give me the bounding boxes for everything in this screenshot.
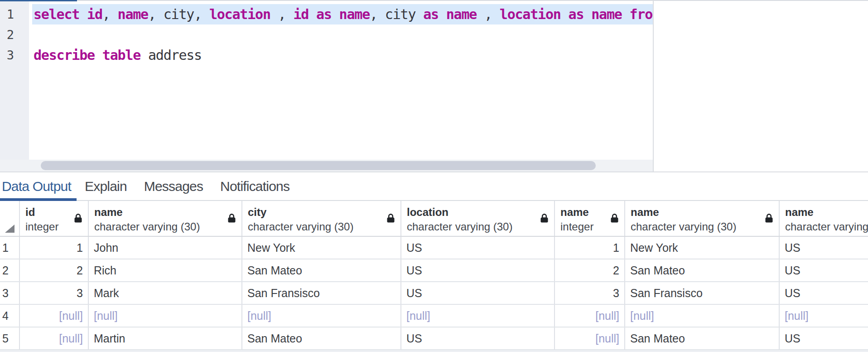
- data-cell[interactable]: [null]: [20, 305, 89, 327]
- column-type: character varying (30): [94, 220, 236, 234]
- column-header-name[interactable]: namecharacter varying (30): [89, 201, 242, 236]
- data-cell[interactable]: Martin: [89, 328, 242, 349]
- tab-notifications[interactable]: Notifications: [212, 172, 299, 200]
- pgadmin-query-tool: 123 select id, name, city, location , id…: [0, 0, 868, 352]
- data-cell[interactable]: San Mateo: [242, 328, 401, 349]
- data-cell[interactable]: [null]: [89, 305, 242, 327]
- data-cell[interactable]: [null]: [20, 328, 89, 349]
- column-type: character varying (30): [248, 220, 395, 234]
- data-cell[interactable]: [null]: [401, 305, 555, 327]
- lock-icon: [540, 214, 548, 223]
- column-name: name: [631, 205, 773, 220]
- data-cell[interactable]: US: [401, 237, 555, 259]
- null-value: [null]: [595, 332, 619, 345]
- grid-row-2: 22RichSan MateoUS2San MateoUS: [0, 259, 868, 282]
- data-cell[interactable]: John: [89, 237, 242, 259]
- data-cell[interactable]: San Fransisco: [242, 282, 401, 304]
- data-cell[interactable]: Mark: [89, 282, 242, 304]
- grid-row-3: 33MarkSan FransiscoUS3San FransiscoUS: [0, 282, 868, 305]
- lock-icon: [228, 214, 236, 223]
- null-value: [null]: [595, 309, 619, 322]
- data-cell[interactable]: US: [401, 282, 555, 304]
- row-number-cell[interactable]: 1: [0, 237, 20, 259]
- data-cell[interactable]: Rich: [89, 259, 242, 281]
- data-cell[interactable]: San Mateo: [625, 259, 780, 281]
- column-name: location: [407, 205, 549, 220]
- null-value: [null]: [785, 309, 809, 322]
- tab-data-output[interactable]: Data Output: [0, 172, 77, 200]
- lock-icon: [74, 214, 82, 223]
- line-number[interactable]: 1: [0, 4, 14, 24]
- column-name: name: [560, 205, 619, 220]
- code-line[interactable]: select id, name, city, location , id as …: [29, 4, 653, 24]
- data-cell[interactable]: 2: [20, 259, 89, 281]
- data-cell[interactable]: US: [780, 282, 868, 304]
- row-number-cell[interactable]: 3: [0, 282, 20, 304]
- null-value: [null]: [406, 309, 430, 322]
- data-cell[interactable]: 1: [555, 237, 625, 259]
- top-border: [0, 0, 868, 1]
- column-header-name[interactable]: nameinteger: [555, 201, 625, 236]
- data-cell[interactable]: 1: [20, 237, 89, 259]
- null-value: [null]: [630, 309, 654, 322]
- column-name: name: [785, 205, 868, 220]
- row-number-cell[interactable]: 5: [0, 328, 20, 349]
- data-cell[interactable]: 3: [20, 282, 89, 304]
- row-number-cell[interactable]: 2: [0, 259, 20, 281]
- code-line[interactable]: [29, 24, 653, 45]
- data-cell[interactable]: New York: [242, 237, 401, 259]
- column-header-city[interactable]: citycharacter varying (30): [242, 201, 401, 236]
- line-number[interactable]: 2: [0, 24, 14, 45]
- null-value: [null]: [94, 309, 118, 322]
- select-all-corner[interactable]: [0, 201, 20, 236]
- grid-row-1: 11JohnNew YorkUS1New YorkUS: [0, 237, 868, 259]
- column-name: city: [248, 205, 395, 220]
- data-cell[interactable]: San Fransisco: [625, 282, 780, 304]
- line-number[interactable]: 3: [0, 45, 14, 65]
- data-cell[interactable]: San Mateo: [242, 259, 401, 281]
- grid-row-5: 5[null]MartinSan MateoUS[null]San MateoU…: [0, 328, 868, 350]
- column-header-name[interactable]: namecharacter varying (30): [625, 201, 780, 236]
- select-all-triangle-icon: [5, 225, 14, 233]
- data-cell[interactable]: San Mateo: [625, 328, 780, 349]
- editor-right-border: [653, 0, 654, 171]
- data-cell[interactable]: 3: [555, 282, 625, 304]
- column-type: character varying (30): [785, 220, 868, 234]
- data-cell[interactable]: New York: [625, 237, 780, 259]
- data-cell[interactable]: US: [401, 259, 555, 281]
- results-tab-bar: Data OutputExplainMessagesNotifications: [0, 172, 868, 201]
- column-header-id[interactable]: idinteger: [20, 201, 89, 236]
- sql-editor-scroller: 123 select id, name, city, location , id…: [0, 0, 653, 160]
- data-cell[interactable]: [null]: [780, 305, 868, 327]
- data-cell[interactable]: US: [780, 328, 868, 349]
- data-cell[interactable]: [null]: [625, 305, 780, 327]
- code-line[interactable]: describe table address: [29, 45, 653, 65]
- top-active-tab-indicator: [0, 0, 77, 1]
- sql-code-area[interactable]: select id, name, city, location , id as …: [29, 0, 653, 160]
- column-header-location[interactable]: locationcharacter varying (30): [401, 201, 555, 236]
- data-cell[interactable]: [null]: [242, 305, 401, 327]
- column-header-name[interactable]: namecharacter varying (30): [780, 201, 868, 236]
- lock-icon: [611, 214, 618, 223]
- editor-scrollbar-thumb[interactable]: [41, 161, 596, 170]
- data-cell[interactable]: US: [780, 259, 868, 281]
- sql-editor[interactable]: 123 select id, name, city, location , id…: [0, 0, 654, 171]
- data-output-grid: idintegernamecharacter varying (30)cityc…: [0, 201, 868, 350]
- column-type: character varying (30): [631, 220, 773, 234]
- data-cell[interactable]: US: [401, 328, 555, 349]
- line-number-gutter: 123: [0, 1, 29, 160]
- column-type: integer: [560, 220, 619, 234]
- row-number-cell[interactable]: 4: [0, 305, 20, 327]
- data-cell[interactable]: [null]: [555, 328, 625, 349]
- tab-explain[interactable]: Explain: [77, 172, 136, 200]
- editor-horizontal-scrollbar[interactable]: [0, 160, 653, 171]
- tab-messages[interactable]: Messages: [136, 172, 212, 200]
- data-cell[interactable]: US: [780, 237, 868, 259]
- null-value: [null]: [59, 332, 83, 345]
- data-cell[interactable]: [null]: [555, 305, 625, 327]
- grid-bottom-scroll-strip[interactable]: [0, 350, 868, 352]
- null-value: [null]: [59, 309, 83, 322]
- data-cell[interactable]: 2: [555, 259, 625, 281]
- lock-icon: [765, 214, 773, 223]
- grid-row-4: 4[null][null][null][null][null][null][nu…: [0, 305, 868, 328]
